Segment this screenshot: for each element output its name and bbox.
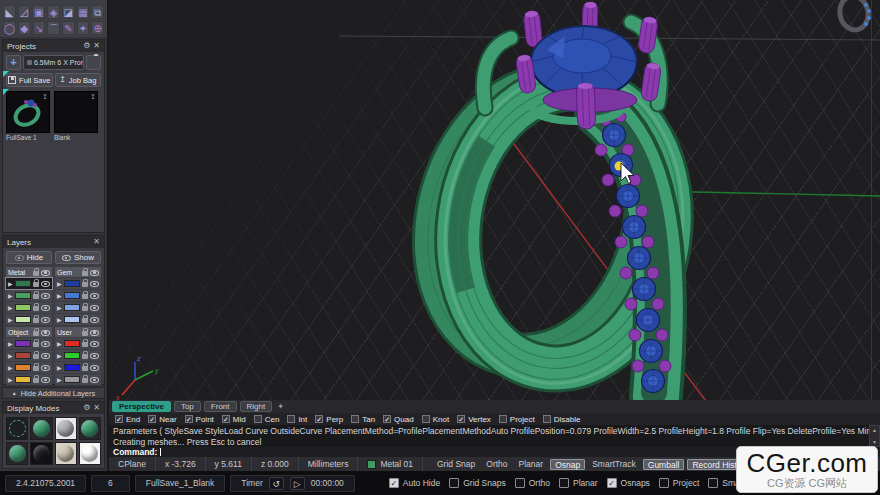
- gem-rotate-tool-icon[interactable]: ◈: [47, 5, 60, 19]
- osnap-toggle-end[interactable]: ✓End: [115, 415, 140, 424]
- perspective-viewport[interactable]: z y x: [109, 0, 880, 400]
- eye-icon[interactable]: [90, 340, 99, 348]
- pave-bead[interactable]: [595, 144, 607, 156]
- export-icon[interactable]: ↥: [90, 93, 96, 101]
- pave-bead[interactable]: [602, 174, 614, 186]
- layer-row[interactable]: ▶: [6, 290, 52, 301]
- job-bag-button[interactable]: ↥ Job Bag: [55, 73, 102, 87]
- layer-color-swatch[interactable]: [15, 340, 31, 347]
- osnap-toggle-project[interactable]: Project: [499, 415, 535, 424]
- lock-icon[interactable]: [82, 354, 88, 359]
- ring-model[interactable]: [395, 2, 703, 399]
- setter-tool-icon[interactable]: ⊕: [91, 21, 104, 35]
- checkbox-icon[interactable]: [499, 415, 507, 423]
- expand-arrow-icon[interactable]: ▶: [8, 375, 13, 385]
- lock-icon[interactable]: [82, 342, 88, 347]
- layer-color-swatch[interactable]: [15, 352, 31, 359]
- lock-icon[interactable]: [82, 282, 88, 287]
- status-millimeters[interactable]: Millimeters: [299, 457, 359, 471]
- pave-bead[interactable]: [629, 329, 641, 341]
- status-grid-snap[interactable]: Grid Snap: [433, 459, 479, 470]
- layer-color-swatch[interactable]: [15, 316, 31, 323]
- checkbox-icon[interactable]: [287, 415, 295, 423]
- pen-tool-icon[interactable]: ✎: [62, 21, 75, 35]
- layer-row[interactable]: ▶: [55, 278, 101, 289]
- lock-icon[interactable]: [33, 306, 39, 311]
- layer-row[interactable]: ▶: [55, 338, 101, 349]
- pave-bead[interactable]: [609, 205, 621, 217]
- expand-arrow-icon[interactable]: ▶: [8, 339, 13, 349]
- close-icon[interactable]: ✕: [93, 41, 100, 51]
- pave-bead[interactable]: [625, 298, 637, 310]
- osnap-toggle-cen[interactable]: Cen: [254, 415, 280, 424]
- checkbox-icon[interactable]: [351, 415, 359, 423]
- eye-icon[interactable]: [90, 280, 99, 288]
- viewport-tab-front[interactable]: Front: [204, 401, 237, 412]
- lock-icon[interactable]: [82, 366, 88, 371]
- hide-additional-layers-button[interactable]: ▲ Hide Additional Layers: [2, 387, 105, 399]
- status-x-3-726[interactable]: x -3.726: [156, 457, 206, 471]
- eye-icon[interactable]: [90, 268, 99, 276]
- lock-icon[interactable]: [33, 331, 39, 336]
- expand-arrow-icon[interactable]: ▶: [8, 315, 13, 325]
- toggle-ortho[interactable]: Ortho: [515, 478, 550, 488]
- pave-bead[interactable]: [636, 205, 648, 217]
- add-project-button[interactable]: +: [6, 55, 21, 70]
- gem-edit-tool-icon[interactable]: ◪: [62, 5, 75, 19]
- pave-bead[interactable]: [615, 236, 627, 248]
- pave-bead[interactable]: [632, 360, 644, 372]
- status-planar[interactable]: Planar: [515, 459, 548, 470]
- checkbox-icon[interactable]: [254, 415, 262, 423]
- lock-icon[interactable]: [33, 366, 39, 371]
- viewport-tab-top[interactable]: Top: [174, 401, 201, 412]
- gem-place-tool-icon[interactable]: ✦: [77, 21, 90, 35]
- pave-bead[interactable]: [652, 298, 664, 310]
- status-ortho[interactable]: Ortho: [482, 459, 511, 470]
- expand-arrow-icon[interactable]: ▶: [8, 363, 13, 373]
- gear-icon[interactable]: ⚙: [83, 403, 90, 413]
- display-mode-shaded[interactable]: [30, 417, 52, 440]
- checkbox-icon[interactable]: ✓: [457, 415, 465, 423]
- eye-icon[interactable]: [90, 316, 99, 324]
- viewport-tab-menu-icon[interactable]: ✦: [277, 402, 284, 411]
- lock-icon[interactable]: [33, 354, 39, 359]
- eye-icon[interactable]: [41, 364, 50, 372]
- checkbox-icon[interactable]: [543, 415, 551, 423]
- lock-icon[interactable]: [82, 378, 88, 383]
- expand-arrow-icon[interactable]: ▶: [57, 363, 62, 373]
- lock-icon[interactable]: [33, 282, 39, 287]
- copy-tool-icon[interactable]: ⧉: [91, 5, 104, 19]
- checkbox-icon[interactable]: ✓: [185, 415, 193, 423]
- gear-icon[interactable]: ⚙: [83, 41, 90, 51]
- expand-arrow-icon[interactable]: ▶: [57, 315, 62, 325]
- layer-row[interactable]: ▶: [6, 362, 52, 373]
- lock-icon[interactable]: [82, 331, 88, 336]
- expand-arrow-icon[interactable]: ▶: [8, 291, 13, 301]
- preset-dropdown[interactable]: 6.5Mm 6 X Prong Cat... ▼: [23, 55, 84, 70]
- gem-box-tool-icon[interactable]: ▣: [32, 5, 45, 19]
- layer-row[interactable]: ▶: [6, 314, 52, 325]
- expand-arrow-icon[interactable]: ▶: [57, 303, 62, 313]
- checkbox-icon[interactable]: [659, 478, 669, 488]
- sweep-tool-icon[interactable]: ◿: [18, 5, 31, 19]
- corner-tool-icon[interactable]: ◣: [3, 5, 16, 19]
- layer-color-swatch[interactable]: [64, 352, 80, 359]
- lock-icon[interactable]: [33, 342, 39, 347]
- layer-group-header[interactable]: User: [55, 327, 101, 337]
- status-z-0-000[interactable]: z 0.000: [252, 457, 299, 471]
- expand-arrow-icon[interactable]: ▶: [8, 279, 13, 289]
- layer-row[interactable]: ▶: [55, 362, 101, 373]
- layer-color-swatch[interactable]: [64, 364, 80, 371]
- prong[interactable]: [576, 83, 596, 130]
- project-thumbnail-fullsave[interactable]: ↥ FullSave 1: [6, 91, 50, 141]
- eye-icon[interactable]: [41, 316, 50, 324]
- eye-icon[interactable]: [41, 376, 50, 384]
- display-mode-rendered[interactable]: [55, 417, 77, 440]
- layer-color-swatch[interactable]: [64, 292, 80, 299]
- display-mode-ghosted[interactable]: [79, 417, 101, 440]
- eye-icon[interactable]: [90, 304, 99, 312]
- eye-icon[interactable]: [41, 340, 50, 348]
- torus-tool-icon[interactable]: ◯: [3, 21, 16, 35]
- pave-bead[interactable]: [659, 360, 671, 372]
- expand-arrow-icon[interactable]: ▶: [57, 291, 62, 301]
